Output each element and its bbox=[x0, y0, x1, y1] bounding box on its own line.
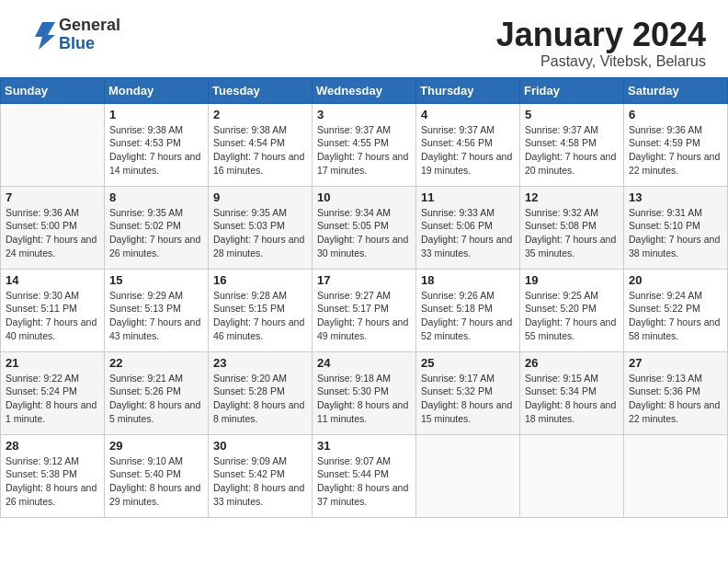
day-number: 22 bbox=[109, 356, 203, 370]
day-of-week-header: Tuesday bbox=[209, 77, 313, 103]
day-info: Sunrise: 9:31 AMSunset: 5:10 PMDaylight:… bbox=[629, 206, 722, 260]
day-info: Sunrise: 9:33 AMSunset: 5:06 PMDaylight:… bbox=[421, 206, 515, 260]
day-of-week-header: Sunday bbox=[1, 77, 105, 103]
calendar-cell: 7Sunrise: 9:36 AMSunset: 5:00 PMDaylight… bbox=[1, 186, 105, 269]
day-number: 24 bbox=[317, 356, 411, 370]
calendar-cell: 8Sunrise: 9:35 AMSunset: 5:02 PMDaylight… bbox=[105, 186, 209, 269]
day-info: Sunrise: 9:34 AMSunset: 5:05 PMDaylight:… bbox=[317, 206, 411, 260]
calendar-cell: 18Sunrise: 9:26 AMSunset: 5:18 PMDayligh… bbox=[416, 269, 520, 351]
calendar-cell: 27Sunrise: 9:13 AMSunset: 5:36 PMDayligh… bbox=[624, 351, 728, 434]
logo-blue: Blue bbox=[59, 35, 120, 53]
page-header: General Blue January 2024 Pastavy, Viteb… bbox=[0, 0, 728, 77]
day-info: Sunrise: 9:21 AMSunset: 5:26 PMDaylight:… bbox=[109, 372, 203, 426]
day-number: 2 bbox=[213, 108, 307, 121]
day-info: Sunrise: 9:37 AMSunset: 4:58 PMDaylight:… bbox=[525, 123, 619, 178]
day-info: Sunrise: 9:35 AMSunset: 5:02 PMDaylight:… bbox=[109, 206, 203, 260]
day-number: 5 bbox=[525, 108, 619, 121]
day-number: 28 bbox=[6, 439, 99, 453]
day-number: 29 bbox=[109, 439, 203, 453]
logo-general: General bbox=[59, 17, 120, 35]
calendar-cell: 1Sunrise: 9:38 AMSunset: 4:53 PMDaylight… bbox=[105, 103, 209, 186]
day-of-week-header: Monday bbox=[105, 77, 209, 103]
day-info: Sunrise: 9:28 AMSunset: 5:15 PMDaylight:… bbox=[213, 289, 307, 343]
day-info: Sunrise: 9:17 AMSunset: 5:32 PMDaylight:… bbox=[421, 372, 515, 426]
day-number: 26 bbox=[525, 356, 619, 370]
calendar-cell: 29Sunrise: 9:10 AMSunset: 5:40 PMDayligh… bbox=[105, 434, 209, 517]
calendar-cell: 10Sunrise: 9:34 AMSunset: 5:05 PMDayligh… bbox=[313, 186, 416, 269]
calendar-cell: 22Sunrise: 9:21 AMSunset: 5:26 PMDayligh… bbox=[105, 351, 209, 434]
day-info: Sunrise: 9:38 AMSunset: 4:53 PMDaylight:… bbox=[109, 123, 203, 178]
day-info: Sunrise: 9:22 AMSunset: 5:24 PMDaylight:… bbox=[6, 372, 99, 426]
calendar-week-row: 1Sunrise: 9:38 AMSunset: 4:53 PMDaylight… bbox=[1, 103, 728, 186]
day-number: 9 bbox=[213, 190, 307, 204]
calendar-cell: 11Sunrise: 9:33 AMSunset: 5:06 PMDayligh… bbox=[416, 186, 520, 269]
day-of-week-header: Friday bbox=[520, 77, 624, 103]
calendar-table: SundayMondayTuesdayWednesdayThursdayFrid… bbox=[0, 77, 728, 518]
day-info: Sunrise: 9:26 AMSunset: 5:18 PMDaylight:… bbox=[421, 289, 515, 343]
month-title: January 2024 bbox=[496, 17, 706, 53]
day-info: Sunrise: 9:20 AMSunset: 5:28 PMDaylight:… bbox=[213, 372, 307, 426]
calendar-week-row: 21Sunrise: 9:22 AMSunset: 5:24 PMDayligh… bbox=[1, 351, 728, 434]
day-number: 7 bbox=[6, 190, 99, 204]
day-info: Sunrise: 9:24 AMSunset: 5:22 PMDaylight:… bbox=[629, 289, 722, 343]
day-info: Sunrise: 9:36 AMSunset: 5:00 PMDaylight:… bbox=[6, 206, 99, 260]
calendar-header-row: SundayMondayTuesdayWednesdayThursdayFrid… bbox=[1, 77, 728, 103]
day-info: Sunrise: 9:32 AMSunset: 5:08 PMDaylight:… bbox=[525, 206, 619, 260]
day-info: Sunrise: 9:15 AMSunset: 5:34 PMDaylight:… bbox=[525, 372, 619, 426]
day-number: 20 bbox=[629, 273, 722, 287]
calendar-cell: 21Sunrise: 9:22 AMSunset: 5:24 PMDayligh… bbox=[1, 351, 105, 434]
calendar-cell: 2Sunrise: 9:38 AMSunset: 4:54 PMDaylight… bbox=[209, 103, 313, 186]
day-number: 1 bbox=[109, 108, 203, 121]
day-info: Sunrise: 9:18 AMSunset: 5:30 PMDaylight:… bbox=[317, 372, 411, 426]
calendar-cell: 14Sunrise: 9:30 AMSunset: 5:11 PMDayligh… bbox=[1, 269, 105, 351]
day-of-week-header: Wednesday bbox=[313, 77, 416, 103]
calendar-cell bbox=[1, 103, 105, 186]
day-number: 23 bbox=[213, 356, 307, 370]
day-number: 18 bbox=[421, 273, 515, 287]
day-info: Sunrise: 9:36 AMSunset: 4:59 PMDaylight:… bbox=[629, 123, 722, 178]
calendar-week-row: 7Sunrise: 9:36 AMSunset: 5:00 PMDaylight… bbox=[1, 186, 728, 269]
logo-icon bbox=[22, 18, 55, 52]
day-of-week-header: Saturday bbox=[624, 77, 728, 103]
day-number: 6 bbox=[629, 108, 722, 121]
day-info: Sunrise: 9:35 AMSunset: 5:03 PMDaylight:… bbox=[213, 206, 307, 260]
calendar-week-row: 14Sunrise: 9:30 AMSunset: 5:11 PMDayligh… bbox=[1, 269, 728, 351]
logo: General Blue bbox=[22, 17, 120, 53]
calendar-cell bbox=[416, 434, 520, 517]
location: Pastavy, Vitebsk, Belarus bbox=[496, 53, 706, 70]
calendar-cell: 20Sunrise: 9:24 AMSunset: 5:22 PMDayligh… bbox=[624, 269, 728, 351]
calendar-cell: 31Sunrise: 9:07 AMSunset: 5:44 PMDayligh… bbox=[313, 434, 416, 517]
day-number: 8 bbox=[109, 190, 203, 204]
day-number: 16 bbox=[213, 273, 307, 287]
day-number: 31 bbox=[317, 439, 411, 453]
calendar-cell: 3Sunrise: 9:37 AMSunset: 4:55 PMDaylight… bbox=[313, 103, 416, 186]
day-info: Sunrise: 9:38 AMSunset: 4:54 PMDaylight:… bbox=[213, 123, 307, 178]
calendar-cell: 30Sunrise: 9:09 AMSunset: 5:42 PMDayligh… bbox=[209, 434, 313, 517]
calendar-cell: 12Sunrise: 9:32 AMSunset: 5:08 PMDayligh… bbox=[520, 186, 624, 269]
calendar-cell bbox=[520, 434, 624, 517]
day-number: 13 bbox=[629, 190, 722, 204]
day-number: 3 bbox=[317, 108, 411, 121]
svg-marker-0 bbox=[35, 22, 55, 50]
calendar-cell: 24Sunrise: 9:18 AMSunset: 5:30 PMDayligh… bbox=[313, 351, 416, 434]
calendar-cell: 13Sunrise: 9:31 AMSunset: 5:10 PMDayligh… bbox=[624, 186, 728, 269]
day-number: 30 bbox=[213, 439, 307, 453]
day-number: 19 bbox=[525, 273, 619, 287]
calendar-cell: 17Sunrise: 9:27 AMSunset: 5:17 PMDayligh… bbox=[313, 269, 416, 351]
logo-text: General Blue bbox=[59, 17, 120, 53]
calendar-cell: 23Sunrise: 9:20 AMSunset: 5:28 PMDayligh… bbox=[209, 351, 313, 434]
calendar-cell: 4Sunrise: 9:37 AMSunset: 4:56 PMDaylight… bbox=[416, 103, 520, 186]
calendar-cell: 26Sunrise: 9:15 AMSunset: 5:34 PMDayligh… bbox=[520, 351, 624, 434]
calendar-cell: 15Sunrise: 9:29 AMSunset: 5:13 PMDayligh… bbox=[105, 269, 209, 351]
title-block: January 2024 Pastavy, Vitebsk, Belarus bbox=[496, 17, 706, 70]
day-number: 4 bbox=[421, 108, 515, 121]
day-info: Sunrise: 9:25 AMSunset: 5:20 PMDaylight:… bbox=[525, 289, 619, 343]
calendar-cell: 5Sunrise: 9:37 AMSunset: 4:58 PMDaylight… bbox=[520, 103, 624, 186]
day-number: 21 bbox=[6, 356, 99, 370]
day-info: Sunrise: 9:12 AMSunset: 5:38 PMDaylight:… bbox=[6, 454, 99, 509]
day-info: Sunrise: 9:37 AMSunset: 4:56 PMDaylight:… bbox=[421, 123, 515, 178]
day-number: 10 bbox=[317, 190, 411, 204]
calendar-cell: 25Sunrise: 9:17 AMSunset: 5:32 PMDayligh… bbox=[416, 351, 520, 434]
day-number: 12 bbox=[525, 190, 619, 204]
day-number: 15 bbox=[109, 273, 203, 287]
